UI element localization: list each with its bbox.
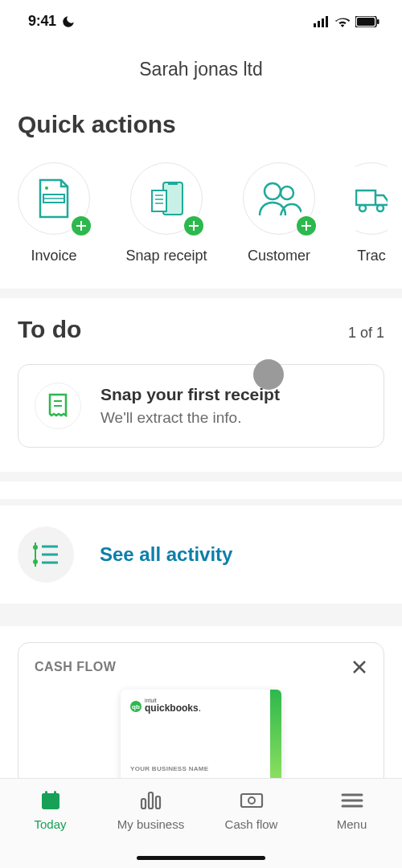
nav-label: My business xyxy=(117,817,184,831)
cellular-icon xyxy=(314,16,330,27)
home-indicator[interactable] xyxy=(137,856,265,860)
close-icon[interactable] xyxy=(351,659,367,675)
todo-counter: 1 of 1 xyxy=(348,325,384,342)
svg-point-39 xyxy=(248,797,255,804)
status-time: 9:41 xyxy=(28,13,56,30)
bar-chart-icon xyxy=(140,790,162,811)
calendar-today-icon xyxy=(40,790,61,811)
hamburger-menu-icon xyxy=(341,790,363,811)
qb-wordmark: intuit quickbooks. xyxy=(145,699,201,714)
todo-card-subtitle: We'll extract the info. xyxy=(100,409,280,427)
status-bar: 9:41 xyxy=(0,0,402,39)
touch-indicator xyxy=(253,359,284,390)
dnd-moon-icon xyxy=(61,14,76,29)
plus-badge-icon xyxy=(72,216,91,235)
nav-menu[interactable]: Menu xyxy=(312,790,392,831)
quickbooks-logo: qb intuit quickbooks. xyxy=(130,699,272,714)
quickbooks-card: qb intuit quickbooks. YOUR BUSINESS NAME xyxy=(121,690,281,782)
cashflow-card[interactable]: CASH FLOW qb intuit quickbooks. YOUR BUS… xyxy=(18,642,384,787)
todo-card-title: Snap your first receipt xyxy=(100,385,280,404)
app-header: Sarah jonas ltd xyxy=(0,39,402,96)
todo-title: To do xyxy=(18,316,81,343)
cashflow-header: CASH FLOW xyxy=(35,659,367,675)
activity-icon-wrap xyxy=(18,526,74,583)
qb-circle-icon: qb xyxy=(130,701,142,712)
customer-icon xyxy=(256,180,302,217)
receipt-icon xyxy=(47,393,69,419)
quick-action-circle xyxy=(130,162,203,235)
todo-card-icon-wrap xyxy=(35,383,81,429)
cashflow-section: CASH FLOW qb intuit quickbooks. YOUR BUS… xyxy=(0,626,402,787)
plus-badge-icon xyxy=(184,216,203,235)
invoice-icon xyxy=(35,178,72,219)
quick-action-track[interactable]: Trac xyxy=(355,162,388,264)
quick-action-label: Customer xyxy=(248,248,310,264)
todo-header: To do 1 of 1 xyxy=(18,316,384,343)
svg-rect-35 xyxy=(142,799,146,809)
quick-action-label: Invoice xyxy=(31,248,76,264)
card-placeholder-text: YOUR BUSINESS NAME xyxy=(130,765,208,772)
battery-icon xyxy=(355,16,379,27)
nav-label: Menu xyxy=(337,817,367,831)
svg-point-16 xyxy=(265,183,281,199)
quick-action-circle xyxy=(355,162,388,235)
nav-today[interactable]: Today xyxy=(10,790,91,831)
business-name: Sarah jonas ltd xyxy=(0,59,402,80)
svg-point-20 xyxy=(377,205,384,211)
svg-rect-3 xyxy=(326,16,328,27)
svg-rect-32 xyxy=(42,793,59,798)
svg-point-25 xyxy=(33,559,38,564)
svg-rect-11 xyxy=(168,182,178,185)
todo-section: To do 1 of 1 Snap your first receipt We'… xyxy=(0,298,402,472)
nav-label: Cash flow xyxy=(225,817,278,831)
activity-list-icon xyxy=(32,542,59,567)
svg-point-7 xyxy=(45,186,48,190)
svg-rect-1 xyxy=(318,21,320,27)
quick-actions-section: Quick actions Invoice Snap receipt xyxy=(0,96,402,289)
quick-action-label: Snap receipt xyxy=(125,248,207,264)
nav-label: Today xyxy=(34,817,66,831)
todo-card-snap-receipt[interactable]: Snap your first receipt We'll extract th… xyxy=(18,364,384,448)
card-accent-stripe xyxy=(270,690,281,782)
quick-action-circle xyxy=(243,162,315,235)
nav-cash-flow[interactable]: Cash flow xyxy=(211,790,292,831)
svg-rect-37 xyxy=(156,796,160,809)
svg-rect-38 xyxy=(241,794,262,807)
svg-rect-5 xyxy=(357,18,375,26)
snap-receipt-icon xyxy=(146,179,187,218)
quick-actions-title: Quick actions xyxy=(18,111,402,162)
status-left: 9:41 xyxy=(28,13,76,30)
svg-rect-0 xyxy=(314,23,316,27)
quick-action-circle xyxy=(18,162,90,235)
svg-rect-33 xyxy=(45,791,47,796)
quick-action-label: Trac xyxy=(357,248,385,264)
quick-action-customer[interactable]: Customer xyxy=(243,162,315,264)
svg-point-24 xyxy=(33,545,38,550)
svg-rect-2 xyxy=(322,18,324,27)
wifi-icon xyxy=(334,16,351,27)
svg-point-19 xyxy=(359,205,366,211)
svg-rect-6 xyxy=(377,19,379,24)
svg-rect-36 xyxy=(149,792,153,809)
quick-actions-scroll[interactable]: Invoice Snap receipt Customer xyxy=(18,162,402,264)
plus-badge-icon xyxy=(297,216,316,235)
cashflow-title: CASH FLOW xyxy=(35,660,116,674)
status-right xyxy=(314,16,379,27)
bottom-nav: Today My business Cash flow Menu xyxy=(0,778,402,868)
track-icon xyxy=(355,182,388,215)
svg-rect-18 xyxy=(356,190,375,205)
quick-action-invoice[interactable]: Invoice xyxy=(18,162,90,264)
svg-rect-34 xyxy=(54,791,56,796)
cash-icon xyxy=(240,790,264,811)
see-all-activity-link[interactable]: See all activity xyxy=(100,543,232,566)
activity-section[interactable]: See all activity xyxy=(0,506,402,604)
svg-rect-12 xyxy=(152,190,166,211)
quick-action-snap-receipt[interactable]: Snap receipt xyxy=(130,162,203,264)
nav-my-business[interactable]: My business xyxy=(111,790,191,831)
todo-card-text: Snap your first receipt We'll extract th… xyxy=(100,385,280,427)
svg-point-17 xyxy=(281,186,293,199)
